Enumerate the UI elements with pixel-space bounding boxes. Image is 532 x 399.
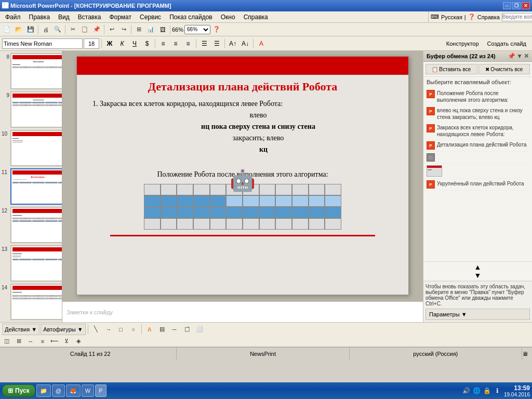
italic-button[interactable]: К (116, 38, 128, 49)
close-button[interactable]: ✕ (522, 2, 530, 9)
taskbar-ppt-btn[interactable]: P (95, 384, 106, 397)
chart-btn[interactable]: 📊 (145, 24, 156, 35)
strikethrough-button[interactable]: $ (141, 38, 153, 49)
draw-rect-btn[interactable]: □ (115, 324, 127, 335)
main-slide[interactable]: Детализация плана действий Робота 1. Зак… (76, 56, 409, 295)
slide-thumb-13[interactable]: ▬▬▬▬▬▬ ▬▬▬▬▬▬▬▬ ▬▬▬▬▬▬▬▬ (10, 245, 62, 282)
cut-btn[interactable]: ✂ (67, 24, 78, 35)
clip-item-6[interactable]: slide (424, 164, 531, 179)
menu-format[interactable]: Формат (106, 12, 135, 22)
draw-line-btn[interactable]: ╲ (90, 324, 102, 335)
menu-view[interactable]: Вид (55, 12, 73, 22)
slide-thumb-10[interactable]: ▬▬▬▬ ▬▬▬▬▬▬▬▬ ▬▬▬▬▬▬▬▬ (10, 130, 62, 166)
draw-shadow-btn[interactable]: □̈ (181, 324, 193, 335)
clipboard-pin-icon[interactable]: 📌 (508, 52, 515, 60)
save-btn[interactable]: 💾 (25, 24, 36, 35)
clipboard-controls[interactable]: 📌 ▼ ✕ (508, 52, 529, 60)
menu-file[interactable]: Файл (2, 12, 24, 22)
decrease-font-btn[interactable]: A↓ (240, 38, 251, 49)
draw-ellipse-btn[interactable]: ○ (128, 324, 139, 335)
create-slide-btn[interactable]: Создать слайд (484, 38, 530, 49)
menu-tools[interactable]: Сервис (137, 12, 164, 22)
align-center-btn[interactable]: ≡ (170, 38, 181, 49)
table-btn[interactable]: ⊞ (133, 24, 144, 35)
clip-item-1[interactable]: P Положение Робота после выполнения этог… (424, 88, 531, 105)
clip-item-5[interactable]: □ (424, 152, 531, 164)
menu-edit[interactable]: Правка (26, 12, 54, 22)
scroll-up-arrow[interactable]: ▲ (474, 263, 482, 271)
new-btn[interactable]: 📄 (1, 24, 12, 35)
redo-btn[interactable]: ↪ (118, 24, 129, 35)
font-color-btn[interactable]: A (256, 38, 267, 49)
draw-sub-btn4[interactable]: ≡ (37, 336, 48, 347)
draw-line-color-btn[interactable]: ─ (169, 324, 180, 335)
search-input[interactable] (502, 13, 532, 21)
actions-button[interactable]: Действия ▼ (2, 324, 39, 335)
draw-sub-btn1[interactable]: ◫ (1, 336, 12, 347)
taskbar-browser-btn[interactable]: 🦊 (66, 384, 81, 397)
draw-3d-btn[interactable]: ⬜ (194, 324, 205, 335)
align-right-btn[interactable]: ≡ (182, 38, 194, 49)
scroll-down-arrow[interactable]: ▼ (474, 271, 482, 280)
draw-sub-btn7[interactable]: ◈ (73, 336, 84, 347)
menu-window[interactable]: Окно (218, 12, 238, 22)
underline-button[interactable]: Ч (129, 38, 140, 49)
font-name-input[interactable] (2, 38, 83, 49)
menu-slideshow[interactable]: Показ слайдов (166, 12, 216, 22)
taskbar-explorer-btn[interactable]: 📁 (36, 384, 51, 397)
minimize-button[interactable]: ─ (503, 2, 511, 9)
copy-btn[interactable]: 📋 (79, 24, 90, 35)
clear-all-button[interactable]: ✖ Очистить все (478, 64, 530, 74)
zoom-select[interactable]: 66%75%100% (184, 25, 210, 34)
status-icon: 🖥 (522, 351, 528, 357)
img-btn[interactable]: 🖼 (157, 24, 168, 35)
constructor-btn[interactable]: Конструктор (443, 38, 483, 49)
font-size-input[interactable] (84, 38, 99, 49)
draw-arrow-btn[interactable]: → (103, 324, 114, 335)
slide-thumb-14[interactable]: ▬▬▬▬▬▬ (10, 284, 62, 320)
start-button[interactable]: ⊞ Пуск (2, 384, 35, 397)
align-left-btn[interactable]: ≡ (157, 38, 169, 49)
numbering-btn[interactable]: ☰ (211, 38, 222, 49)
window-controls[interactable]: ─ ❐ ✕ (503, 2, 530, 9)
clipboard-close-icon[interactable]: ✕ (524, 52, 529, 60)
clipboard-down-icon[interactable]: ▼ (516, 52, 523, 60)
menu-insert[interactable]: Вставка (75, 12, 104, 22)
slide-thumb-12[interactable]: ▬▬▬▬▬▬ (10, 207, 62, 243)
bold-button[interactable]: Ж (104, 38, 115, 49)
menu-help[interactable]: Справка (241, 12, 271, 22)
draw-color-btn[interactable]: A (144, 324, 155, 335)
draw-sub-btn5[interactable]: ⟵ (49, 336, 60, 347)
slide-thumb-9[interactable]: ▬▬▬▬▬▬▬ (10, 91, 62, 128)
preview-btn[interactable]: 🔍 (52, 24, 63, 35)
bullets-btn[interactable]: ☰ (198, 38, 210, 49)
help-text[interactable]: Справка (477, 14, 500, 20)
draw-fill-btn[interactable]: ▤ (156, 324, 168, 335)
slide-number-8: 8 (1, 54, 9, 60)
help-button[interactable]: ❓ (468, 14, 475, 20)
paste-btn[interactable]: 📌 (91, 24, 102, 35)
slide-thumb-11[interactable]: Детализация... 1. Закраска всех клеток..… (10, 168, 62, 205)
draw-sub-btn2[interactable]: ⊞ (13, 336, 24, 347)
draw-sub-btn6[interactable]: ⊻ (61, 336, 72, 347)
taskbar-mail-btn[interactable]: @ (52, 384, 65, 397)
clip-item-2[interactable]: P влево нц пока сверху стена и снизу сте… (424, 105, 531, 123)
slide-thumb-8[interactable]: Заголовок ▬▬▬▬▬ (10, 53, 62, 89)
draw-sub-btn3[interactable]: ↔ (25, 336, 36, 347)
help-icon-btn[interactable]: ❓ (211, 24, 222, 35)
autoshapes-button[interactable]: Автофигуры ▼ (41, 324, 86, 335)
clip-item-7[interactable]: P Укрупнённый план действий Робота (424, 179, 531, 191)
restore-button[interactable]: ❐ (512, 2, 521, 9)
increase-font-btn[interactable]: A↑ (227, 38, 238, 49)
notes-area[interactable]: Заметки к слайду (62, 301, 423, 322)
paste-all-button[interactable]: 📋 Вставить все (425, 64, 477, 74)
slide-robot-area: 🤖 (77, 184, 408, 230)
taskbar-word-btn[interactable]: W (82, 384, 94, 397)
open-btn[interactable]: 📂 (13, 24, 24, 35)
params-button[interactable]: Параметры ▼ (425, 309, 530, 320)
print-btn[interactable]: 🖨 (40, 24, 51, 35)
clip-item-3[interactable]: P Закраска всех клеток коридора, находящ… (424, 123, 531, 140)
sys-icon-4: ℹ (494, 387, 502, 395)
undo-btn[interactable]: ↩ (106, 24, 117, 35)
clip-item-4[interactable]: P Детализация плана действий Робота (424, 140, 531, 152)
